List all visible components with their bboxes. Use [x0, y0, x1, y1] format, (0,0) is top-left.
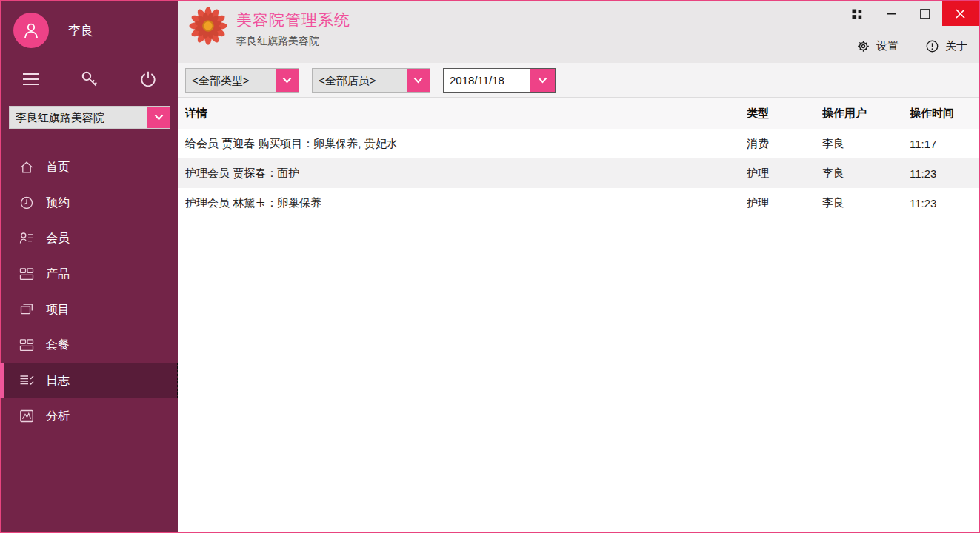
close-button[interactable] [942, 1, 979, 26]
avatar[interactable] [13, 13, 49, 48]
sidebar-item-logs[interactable]: 日志 [1, 363, 178, 398]
about-button[interactable]: 关于 [925, 39, 967, 53]
gear-icon [856, 39, 870, 53]
power-button[interactable] [139, 70, 157, 88]
chevron-down-icon[interactable] [407, 69, 430, 92]
sidebar-item-label: 日志 [46, 373, 70, 389]
app-header: 美容院管理系统 李良红旗路美容院 [178, 1, 979, 63]
app-window: 李良 [0, 0, 980, 533]
column-header-type: 类型 [747, 107, 822, 121]
app-subtitle: 李良红旗路美容院 [236, 35, 350, 48]
column-header-detail: 详情 [185, 107, 747, 121]
staff-filter-select[interactable]: <全部店员> [312, 68, 430, 93]
sidebar-item-label: 产品 [46, 266, 70, 282]
analysis-icon [19, 409, 34, 423]
sidebar-item-label: 分析 [46, 409, 70, 424]
log-icon [19, 373, 34, 388]
cell-type: 消费 [747, 137, 822, 151]
menu-icon [22, 73, 40, 86]
header-actions: 设置 关于 [856, 39, 967, 53]
filter-bar: <全部类型> <全部店员> 2018/11/18 [178, 63, 979, 98]
sidebar-item-home[interactable]: 首页 [1, 150, 178, 185]
chevron-down-icon[interactable] [276, 69, 299, 92]
cell-detail: 护理会员 林黛玉：卵巢保养 [185, 196, 747, 210]
settings-label: 设置 [876, 39, 899, 53]
column-header-user: 操作用户 [822, 107, 910, 121]
close-icon [956, 9, 965, 19]
sidebar-item-label: 预约 [46, 195, 70, 211]
log-table: 详情 类型 操作用户 操作时间 给会员 贾迎春 购买项目：卵巢保养, 贵妃水 消… [178, 98, 979, 532]
chevron-down-icon[interactable] [147, 107, 170, 128]
cell-detail: 护理会员 贾探春：面护 [185, 167, 747, 181]
date-value: 2018/11/18 [444, 69, 530, 92]
sidebar-item-packages[interactable]: 套餐 [1, 327, 178, 363]
sidebar-toolbar [1, 70, 178, 89]
sidebar-item-appointments[interactable]: 预约 [1, 185, 178, 221]
cell-time: 11:17 [910, 138, 979, 150]
flower-logo [188, 6, 228, 49]
minimize-icon [887, 9, 896, 19]
member-icon [19, 231, 34, 246]
cell-time: 11:23 [910, 167, 979, 180]
sidebar-item-label: 首页 [46, 160, 70, 175]
project-icon [19, 302, 34, 317]
cell-user: 李良 [822, 137, 910, 151]
about-label: 关于 [945, 39, 967, 53]
sidebar-item-label: 套餐 [46, 338, 70, 353]
sidebar-item-members[interactable]: 会员 [1, 221, 178, 256]
chevron-down-icon[interactable] [530, 69, 555, 92]
main-area: 美容院管理系统 李良红旗路美容院 [178, 1, 979, 532]
table-header: 详情 类型 操作用户 操作时间 [178, 98, 979, 129]
branch-select-value: 李良红旗路美容院 [10, 107, 147, 128]
column-header-time: 操作时间 [910, 107, 979, 121]
window-controls [840, 1, 979, 26]
maximize-button[interactable] [908, 1, 942, 26]
grid-icon [852, 9, 862, 19]
table-row[interactable]: 护理会员 林黛玉：卵巢保养 护理 李良 11:23 [178, 188, 979, 218]
type-filter-value: <全部类型> [186, 69, 276, 92]
clock-icon [19, 195, 34, 210]
title-block: 美容院管理系统 李良红旗路美容院 [236, 10, 350, 48]
table-row[interactable]: 护理会员 贾探春：面护 护理 李良 11:23 [178, 158, 979, 188]
sidebar-item-analysis[interactable]: 分析 [1, 398, 178, 434]
table-body: 给会员 贾迎春 购买项目：卵巢保养, 贵妃水 消费 李良 11:17 护理会员 … [178, 129, 979, 218]
app-grid-button[interactable] [840, 1, 874, 26]
product-icon [19, 266, 34, 281]
sidebar-item-label: 会员 [46, 231, 70, 247]
person-icon [21, 21, 41, 40]
package-icon [19, 338, 34, 352]
cell-user: 李良 [822, 196, 910, 210]
info-icon [925, 39, 939, 53]
cell-detail: 给会员 贾迎春 购买项目：卵巢保养, 贵妃水 [185, 137, 747, 151]
key-icon [80, 70, 99, 89]
staff-filter-value: <全部店员> [313, 69, 407, 92]
type-filter-select[interactable]: <全部类型> [185, 68, 299, 93]
app-title: 美容院管理系统 [236, 10, 350, 30]
key-button[interactable] [80, 70, 99, 89]
sidebar: 李良 [1, 1, 178, 532]
settings-button[interactable]: 设置 [856, 39, 899, 53]
cell-type: 护理 [747, 167, 822, 181]
home-icon [19, 160, 34, 175]
cell-time: 11:23 [910, 197, 979, 209]
sidebar-item-products[interactable]: 产品 [1, 256, 178, 292]
cell-type: 护理 [747, 196, 822, 210]
power-icon [139, 70, 157, 88]
branch-select[interactable]: 李良红旗路美容院 [9, 106, 170, 129]
sidebar-item-projects[interactable]: 项目 [1, 292, 178, 327]
sidebar-item-label: 项目 [46, 302, 70, 318]
table-row[interactable]: 给会员 贾迎春 购买项目：卵巢保养, 贵妃水 消费 李良 11:17 [178, 129, 979, 158]
maximize-icon [920, 9, 930, 19]
user-row: 李良 [13, 13, 178, 48]
date-picker[interactable]: 2018/11/18 [443, 68, 556, 93]
menu-button[interactable] [22, 73, 40, 86]
sidebar-nav: 首页 预约 会员 [1, 150, 178, 434]
user-name: 李良 [68, 22, 93, 39]
cell-user: 李良 [822, 167, 910, 181]
minimize-button[interactable] [874, 1, 908, 26]
